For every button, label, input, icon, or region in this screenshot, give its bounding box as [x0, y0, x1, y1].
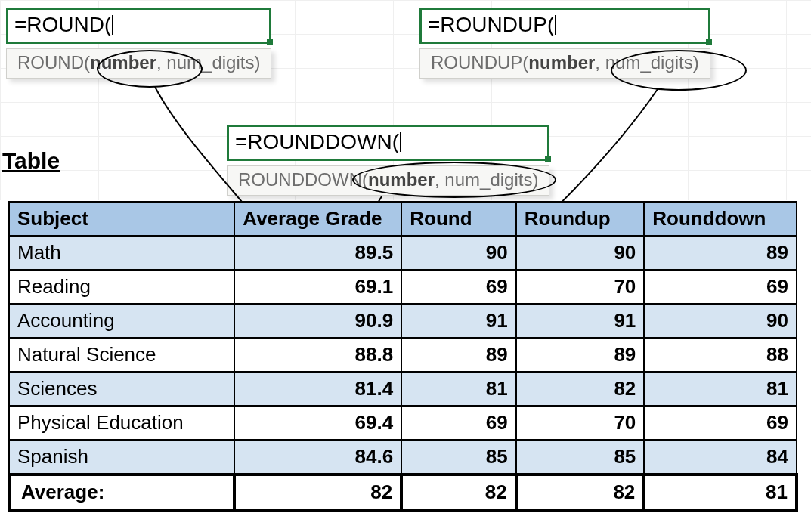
cell-roundup: 89	[516, 338, 645, 372]
cell-subject: Sciences	[9, 372, 234, 406]
text-cursor-icon	[555, 15, 556, 35]
tooltip-fn-name: ROUNDDOWN	[238, 169, 362, 190]
table-footer-average: Average: 82 82 82 81	[9, 475, 797, 510]
grades-table: Subject Average Grade Round Roundup Roun…	[8, 201, 798, 512]
cell-roundup: 70	[516, 270, 645, 304]
formula-snippet-rounddown: =ROUNDDOWN( ROUNDDOWN(number, num_digits…	[227, 125, 549, 196]
formula-tooltip-roundup: ROUNDUP(number, num_digits)	[419, 48, 710, 79]
cell-round: 85	[401, 440, 515, 475]
cell-rounddown: 90	[644, 304, 797, 338]
tooltip-arg-numdigits: num_digits	[166, 52, 254, 73]
cell-rounddown: 89	[644, 236, 797, 270]
cell-avg-grade: 88.8	[234, 338, 401, 372]
tooltip-arg-number: number	[528, 52, 595, 73]
cell-subject: Spanish	[9, 440, 234, 475]
formula-text: =ROUNDDOWN(	[235, 130, 399, 153]
table-row: Accounting90.9919190	[9, 304, 797, 338]
cell-round: 69	[401, 270, 515, 304]
cell-rounddown: 69	[644, 406, 797, 440]
cell-round: 90	[401, 236, 515, 270]
table-row: Reading69.1697069	[9, 270, 797, 304]
text-cursor-icon	[112, 15, 113, 35]
cell-rounddown: 81	[644, 372, 797, 406]
col-header-rounddown: Rounddown	[644, 202, 797, 236]
cell-roundup: 90	[516, 236, 645, 270]
col-header-avg-grade: Average Grade	[234, 202, 401, 236]
cell-roundup: 70	[516, 406, 645, 440]
cell-avg-grade: 84.6	[234, 440, 401, 475]
footer-round: 82	[401, 475, 515, 510]
cell-fill-handle-icon[interactable]	[706, 39, 712, 45]
cell-round: 69	[401, 406, 515, 440]
tooltip-arg-number: number	[368, 169, 435, 190]
formula-tooltip-rounddown: ROUNDDOWN(number, num_digits)	[227, 165, 549, 196]
formula-cell-round[interactable]: =ROUND(	[6, 8, 271, 44]
table-row: Spanish84.6858584	[9, 440, 797, 475]
cell-avg-grade: 90.9	[234, 304, 401, 338]
cell-round: 81	[401, 372, 515, 406]
footer-roundup: 82	[516, 475, 645, 510]
formula-tooltip-round: ROUND(number, num_digits)	[6, 48, 271, 79]
cell-rounddown: 69	[644, 270, 797, 304]
cell-round: 89	[401, 338, 515, 372]
cell-fill-handle-icon[interactable]	[267, 39, 273, 45]
cell-roundup: 85	[516, 440, 645, 475]
cell-subject: Natural Science	[9, 338, 234, 372]
text-cursor-icon	[400, 132, 401, 152]
formula-text: =ROUND(	[14, 13, 111, 36]
cell-rounddown: 88	[644, 338, 797, 372]
footer-label: Average:	[9, 475, 234, 510]
col-header-round: Round	[401, 202, 515, 236]
col-header-subject: Subject	[9, 202, 234, 236]
cell-avg-grade: 69.1	[234, 270, 401, 304]
table-header-row: Subject Average Grade Round Roundup Roun…	[9, 202, 797, 236]
cell-rounddown: 84	[644, 440, 797, 475]
formula-cell-rounddown[interactable]: =ROUNDDOWN(	[227, 125, 549, 161]
table-row: Math89.5909089	[9, 236, 797, 270]
col-header-roundup: Roundup	[516, 202, 645, 236]
tooltip-fn-name: ROUNDUP	[431, 52, 522, 73]
formula-cell-roundup[interactable]: =ROUNDUP(	[419, 8, 710, 44]
tooltip-arg-number: number	[90, 52, 156, 73]
cell-subject: Physical Education	[9, 406, 234, 440]
cell-subject: Accounting	[9, 304, 234, 338]
footer-avg-grade: 82	[234, 475, 401, 510]
tooltip-fn-name: ROUND	[17, 52, 84, 73]
footer-rounddown: 81	[644, 475, 797, 510]
cell-subject: Math	[9, 236, 234, 270]
cell-avg-grade: 69.4	[234, 406, 401, 440]
tooltip-arg-numdigits: num_digits	[605, 52, 693, 73]
tooltip-arg-numdigits: num_digits	[444, 169, 532, 190]
cell-avg-grade: 81.4	[234, 372, 401, 406]
section-title-table: Table	[2, 148, 60, 174]
cell-round: 91	[401, 304, 515, 338]
cell-subject: Reading	[9, 270, 234, 304]
cell-roundup: 82	[516, 372, 645, 406]
table-row: Physical Education69.4697069	[9, 406, 797, 440]
table-row: Sciences81.4818281	[9, 372, 797, 406]
cell-avg-grade: 89.5	[234, 236, 401, 270]
cell-fill-handle-icon[interactable]	[545, 156, 551, 162]
formula-snippet-roundup: =ROUNDUP( ROUNDUP(number, num_digits)	[419, 8, 710, 79]
cell-roundup: 91	[516, 304, 645, 338]
table-row: Natural Science88.8898988	[9, 338, 797, 372]
formula-text: =ROUNDUP(	[428, 13, 554, 36]
formula-snippet-round: =ROUND( ROUND(number, num_digits)	[6, 8, 271, 79]
